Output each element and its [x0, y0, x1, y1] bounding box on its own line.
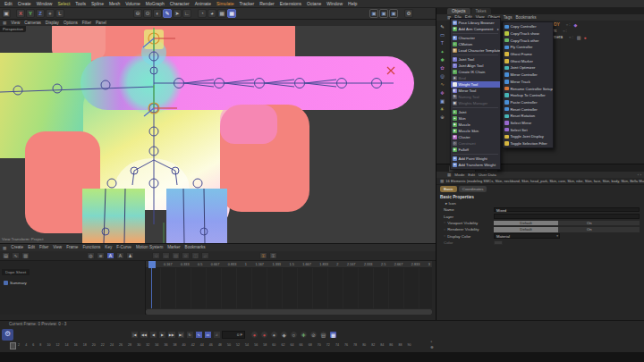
- submenu-item-toggle-joint-display[interactable]: Toggle Joint Display: [503, 133, 553, 140]
- timeline-hscrollbar[interactable]: [146, 309, 432, 315]
- menu-item-joint-tool[interactable]: ⌖Joint Tool: [451, 56, 500, 63]
- track-filter-icon[interactable]: ≋: [97, 252, 105, 259]
- render-settings-icon[interactable]: ◕: [208, 9, 216, 18]
- move-tool-icon[interactable]: ⊖: [133, 9, 142, 18]
- menu-animate[interactable]: Animate: [195, 0, 211, 7]
- tl-menu-marker[interactable]: Marker: [167, 244, 180, 251]
- tl-menu-frame[interactable]: Frame: [66, 244, 78, 251]
- menu-tracker[interactable]: Tracker: [239, 0, 254, 7]
- menu-window[interactable]: Window: [37, 0, 53, 7]
- menu-edit[interactable]: Edit: [4, 0, 13, 7]
- menu-create[interactable]: Create: [18, 0, 31, 7]
- chip-basic[interactable]: Basic: [440, 186, 457, 192]
- color-swatch[interactable]: [494, 240, 503, 245]
- submenu-item-paste-controller[interactable]: Paste Controller: [503, 99, 553, 106]
- record-keyframe-button[interactable]: ●: [250, 331, 258, 339]
- submenu-item-joint-optimizer[interactable]: Joint Optimizer: [503, 64, 553, 72]
- cube-icon[interactable]: ▭: [440, 32, 445, 38]
- axis-z-button[interactable]: Z: [36, 9, 45, 18]
- tl-snap-icon-5[interactable]: ▱: [201, 252, 209, 259]
- grid-snap-icon[interactable]: ▦: [227, 9, 236, 18]
- motion-mode-icon[interactable]: ▥: [21, 252, 30, 259]
- loop-toggle[interactable]: ▭: [204, 331, 212, 339]
- menu-item-add-transform-weight[interactable]: ⊕Add Transform Weight: [451, 162, 500, 168]
- automatic-mode-icon[interactable]: A: [106, 252, 114, 259]
- override-dot-icon[interactable]: ○: [444, 234, 445, 238]
- chip-coordinates[interactable]: Coordinates: [459, 186, 487, 192]
- dope-sheet-label[interactable]: Dope Sheet: [2, 269, 30, 275]
- transport-button-6[interactable]: ↻: [186, 331, 194, 339]
- menu-item-cmotion[interactable]: ∞CMotion: [451, 41, 500, 47]
- menu-octane[interactable]: Octane: [307, 0, 321, 7]
- spline-filter-icon[interactable]: ◎: [87, 252, 95, 259]
- viewport-camera-label[interactable]: Perspective: [0, 26, 26, 32]
- play-mode-toggle[interactable]: ∿: [195, 331, 203, 339]
- coord-system-icon-0[interactable]: ⌖: [46, 9, 55, 18]
- axis-lock-icon[interactable]: ∟: [182, 9, 191, 18]
- menu-item-character[interactable]: ♟Character: [451, 35, 500, 41]
- menu-item-load-character-template[interactable]: ▥Load Character Template...: [451, 47, 500, 54]
- layer-field[interactable]: [494, 214, 640, 219]
- powerslider-numbers[interactable]: 0246810121416182022242628303234363840424…: [11, 343, 411, 347]
- grid-toggle-icon[interactable]: ▦: [217, 9, 226, 18]
- keyframe-selection-button[interactable]: ▤: [319, 331, 327, 339]
- rotate-tool-icon[interactable]: ⊙: [143, 9, 152, 18]
- renderer-visibility-state[interactable]: On: [558, 227, 640, 232]
- override-dot-icon[interactable]: ○: [444, 228, 445, 232]
- name-field[interactable]: Mixed: [494, 207, 640, 213]
- tl-menu-f-curve[interactable]: F-Curve: [116, 244, 131, 251]
- visibility-dots[interactable]: ○⁚: [569, 35, 574, 39]
- coordinates-icon[interactable]: ⌖: [430, 340, 434, 344]
- submenu-item-copy-track-other[interactable]: Copy/Track other: [503, 37, 553, 44]
- cursor-icon[interactable]: ➤: [173, 9, 182, 18]
- weight-brush-icon[interactable]: ✎: [163, 9, 172, 18]
- object-tag-icon[interactable]: ▥: [577, 35, 581, 40]
- tl-menu-create[interactable]: Create: [11, 244, 23, 251]
- menu-item-joint-align-tool[interactable]: ⌖Joint Align Tool: [451, 63, 500, 69]
- tl-snap-icon-2[interactable]: ▧: [172, 252, 180, 259]
- character-filter-icon[interactable]: ♟: [126, 252, 134, 259]
- transport-button-3[interactable]: ▶: [158, 331, 166, 339]
- menu-item-add-arm-component[interactable]: ✚Add Arm Component▸: [451, 26, 500, 32]
- override-dot-icon[interactable]: ○: [444, 221, 445, 224]
- gear-icon[interactable]: ⚙: [404, 9, 413, 18]
- tl-snap-icon-1[interactable]: ▭: [162, 252, 170, 259]
- transport-button-5[interactable]: ▶|: [177, 331, 185, 339]
- menu-item-bind[interactable]: ◈Bind: [451, 75, 500, 81]
- tl-menu-functions[interactable]: Functions: [82, 244, 100, 251]
- tl-snap-icon-3[interactable]: ⊘: [182, 252, 190, 259]
- submenu-item-hookup-to-controller[interactable]: Hookup To Controller: [503, 92, 553, 99]
- visibility-dots[interactable]: ○⁚: [566, 22, 572, 27]
- tl-menu-filter[interactable]: Filter: [39, 244, 48, 251]
- menu-volume[interactable]: Volume: [125, 0, 140, 7]
- record-pla-button[interactable]: ⊘: [309, 331, 318, 339]
- attribute-nav-arrows-icon[interactable]: ‹ ›: [638, 173, 641, 177]
- undo-icon[interactable]: ▣: [2, 9, 11, 18]
- submenu-item-copy-track-show[interactable]: Copy/Track show: [503, 30, 553, 38]
- transport-button-1[interactable]: ◀◀: [140, 331, 148, 339]
- key-gray-icon[interactable]: ⚿: [269, 252, 277, 259]
- submenu-item-toggle-selection-filter[interactable]: Toggle Selection Filter: [503, 140, 553, 147]
- cluster-icon[interactable]: ❖: [440, 90, 445, 96]
- menu-render[interactable]: Render: [259, 0, 274, 7]
- autokey-record-button[interactable]: ●: [260, 331, 268, 339]
- dope-sheet-mode-icon[interactable]: ▤: [2, 252, 10, 259]
- submenu-item-rename-controller-setup[interactable]: Rename Controller Setup: [503, 85, 553, 92]
- menu-spline[interactable]: Spline: [91, 0, 104, 7]
- transport-button-2[interactable]: ◀: [149, 331, 157, 339]
- sound-toggle[interactable]: ♫: [213, 331, 221, 339]
- timeline-grid-icon[interactable]: ▦: [3, 246, 6, 250]
- renderer-visibility-default-button[interactable]: Default: [494, 227, 558, 232]
- animation-filter-icon[interactable]: A: [116, 252, 124, 259]
- menu-extensions[interactable]: Extensions: [280, 0, 301, 7]
- key-orange-icon[interactable]: ⚿: [259, 252, 267, 259]
- menu-mograph[interactable]: MoGraph: [146, 0, 165, 7]
- deformer-icon[interactable]: ∿: [440, 81, 445, 87]
- star-icon[interactable]: ✦: [440, 49, 445, 55]
- menu-item-create-ik-chain[interactable]: ∞Create IK Chain: [451, 69, 500, 75]
- menu-item-add-point-weight[interactable]: ⊕Add Point Weight: [451, 156, 500, 162]
- summary-track-row[interactable]: Summary: [0, 281, 145, 285]
- frame-number-field[interactable]: 0 F: [222, 331, 245, 339]
- submenu-item-ghost-frame[interactable]: Ghost Frame: [503, 51, 553, 58]
- attr-menu-mode[interactable]: Mode: [454, 172, 464, 179]
